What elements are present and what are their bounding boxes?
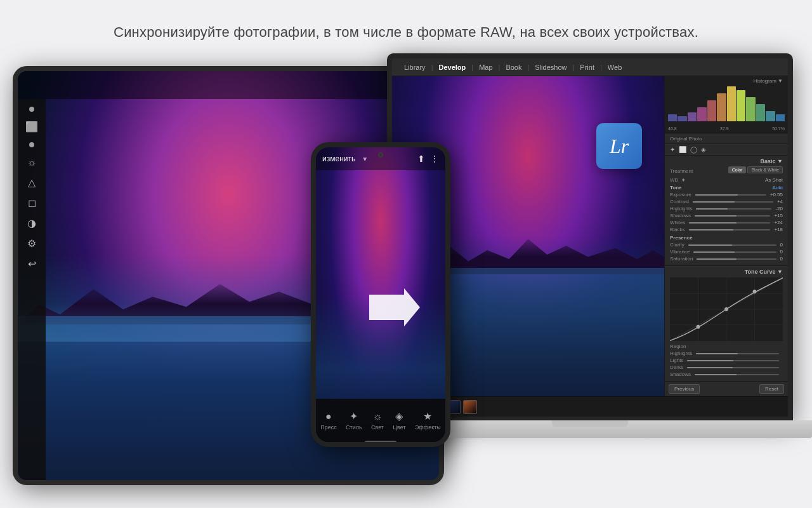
- style-label: Стиль: [346, 424, 362, 431]
- vignette-icon[interactable]: ◻: [28, 198, 36, 208]
- highlights-region-slider[interactable]: [696, 353, 779, 354]
- lr-filmstrip: [392, 396, 788, 417]
- reset-button[interactable]: Reset: [759, 384, 784, 394]
- vibrance-label: Vibrance: [670, 249, 690, 255]
- clarity-value: 0: [780, 242, 783, 248]
- lr-right-panel: Histogram ▼: [664, 76, 788, 396]
- tool-crop[interactable]: ⬜: [679, 146, 686, 153]
- svg-point-9: [697, 325, 700, 329]
- temperature-icon[interactable]: △: [28, 178, 36, 188]
- exposure-slider[interactable]: [695, 194, 766, 196]
- histogram-title: Histogram ▼: [753, 78, 783, 84]
- phone-menu-icon[interactable]: ⋮: [430, 154, 439, 164]
- shadows-region-slider[interactable]: [695, 374, 779, 375]
- phone-bottombar: ● Пресс ✦ Стиль ☼ Свет ◈ Цвет ★ Эффект: [316, 399, 445, 442]
- original-photo-label: Original Photo: [670, 136, 702, 142]
- settings-icon[interactable]: ⚙: [27, 239, 36, 249]
- effects-label: Эффекты: [415, 424, 441, 431]
- undo-icon[interactable]: ↩: [28, 259, 36, 269]
- clarity-slider[interactable]: [688, 244, 776, 246]
- phone-bottom-color[interactable]: ◈ Цвет: [393, 410, 405, 431]
- press-label: Пресс: [320, 424, 336, 431]
- phone-home-button[interactable]: [365, 441, 396, 442]
- tool-heal[interactable]: ◯: [690, 146, 697, 153]
- highlights-label: Highlights: [670, 206, 692, 211]
- tone-curve-svg: [670, 277, 783, 341]
- filmstrip-thumb-5[interactable]: [463, 400, 477, 414]
- lights-region-row: Lights: [670, 358, 783, 363]
- previous-button[interactable]: Previous: [669, 384, 700, 394]
- lr-histogram: Histogram ▼: [665, 76, 788, 133]
- saturation-slider[interactable]: [697, 258, 776, 260]
- contrast-slider[interactable]: [693, 201, 773, 203]
- vibrance-slider[interactable]: [693, 251, 776, 253]
- auto-btn[interactable]: Auto: [773, 185, 783, 190]
- menu-web[interactable]: Web: [603, 64, 626, 71]
- saturation-label: Saturation: [670, 256, 693, 262]
- lights-region-slider[interactable]: [687, 360, 779, 361]
- darks-region-slider[interactable]: [687, 367, 779, 368]
- phone-bottom-press[interactable]: ● Пресс: [320, 411, 336, 431]
- highlights-slider[interactable]: [696, 208, 771, 210]
- phone-share-icon[interactable]: ⬆: [417, 154, 425, 164]
- shadows-slider[interactable]: [695, 215, 771, 217]
- lights-region-label: Lights: [670, 358, 683, 363]
- phone-bottom-style[interactable]: ✦ Стиль: [346, 410, 362, 431]
- crop-icon[interactable]: ⬜: [25, 122, 38, 132]
- light-label: Свет: [371, 424, 384, 431]
- menu-slideshow[interactable]: Slideshow: [530, 64, 571, 71]
- menu-develop[interactable]: Develop: [434, 64, 470, 71]
- menu-map[interactable]: Map: [475, 64, 497, 71]
- highlights-row: Highlights -20: [670, 206, 783, 211]
- phone-bottom-effects[interactable]: ★ Эффекты: [415, 410, 441, 431]
- contrast-label: Contrast: [670, 199, 689, 204]
- lightroom-icon-text: Lr: [610, 135, 629, 158]
- tool-redeye[interactable]: ◈: [701, 146, 706, 153]
- phone-topbar: изменить ▼ ⬆ ⋮: [316, 147, 445, 170]
- press-icon: ●: [325, 411, 332, 422]
- blacks-label: Blacks: [670, 227, 685, 232]
- wb-value[interactable]: As Shot: [688, 177, 783, 183]
- color-btn[interactable]: Color: [728, 166, 747, 173]
- lr-menubar: Library | Develop | Map | Book | Slidesh…: [392, 58, 788, 76]
- darks-region-label: Darks: [670, 364, 683, 370]
- histogram-bars: [668, 86, 785, 121]
- sync-arrow: [369, 288, 420, 326]
- light-icon: ☼: [373, 411, 383, 422]
- highlights-value: -20: [775, 206, 783, 211]
- contrast-value: +4: [777, 199, 783, 204]
- menu-print[interactable]: Print: [575, 64, 599, 71]
- phone-bottom-light[interactable]: ☼ Свет: [371, 411, 384, 431]
- tool-eyedropper[interactable]: ✦: [670, 146, 675, 153]
- vibrance-value: 0: [780, 249, 783, 255]
- effects-icon: ★: [423, 410, 432, 422]
- treatment-label: Treatment: [670, 168, 693, 174]
- phone-camera: [378, 152, 383, 157]
- darks-region-row: Darks: [670, 364, 783, 370]
- presence-label: Presence: [670, 235, 783, 241]
- phone-top-icons: ⬆ ⋮: [417, 154, 439, 164]
- sidebar-dot2: [29, 142, 34, 147]
- brightness-icon[interactable]: ☼: [27, 157, 37, 168]
- basic-title: Basic ▼: [670, 158, 783, 164]
- hsl-icon[interactable]: ◑: [27, 218, 36, 229]
- exposure-value: +0.55: [770, 192, 783, 197]
- bw-btn[interactable]: Black & White: [747, 166, 783, 173]
- tone-sliders: Exposure +0.55 Contrast: [670, 192, 783, 232]
- phone-title: изменить: [322, 154, 355, 163]
- laptop-screen-inner: Library | Develop | Map | Book | Slidesh…: [392, 58, 788, 417]
- whites-slider[interactable]: [689, 222, 770, 224]
- tone-curve-graph: [670, 277, 783, 341]
- devices-container: ⬆ ⋮ ⬜ ☼ △ ◻ ◑ ⚙ ↩ изменить: [0, 53, 812, 485]
- shadows-region-row: Shadows: [670, 371, 783, 377]
- menu-book[interactable]: Book: [501, 64, 526, 71]
- tool-row: ✦ ⬜ ◯ ◈: [665, 144, 788, 156]
- basic-panel: Basic ▼ Treatment Color Black & White: [665, 156, 788, 266]
- lightroom-icon-badge: Lr: [596, 123, 642, 169]
- histogram-values: 46.8 37.9 50.7%: [668, 126, 785, 131]
- svg-point-10: [724, 307, 728, 311]
- svg-point-11: [753, 290, 757, 293]
- eyedropper-icon[interactable]: ✦: [681, 177, 686, 184]
- menu-library[interactable]: Library: [400, 64, 430, 71]
- blacks-slider[interactable]: [689, 229, 771, 231]
